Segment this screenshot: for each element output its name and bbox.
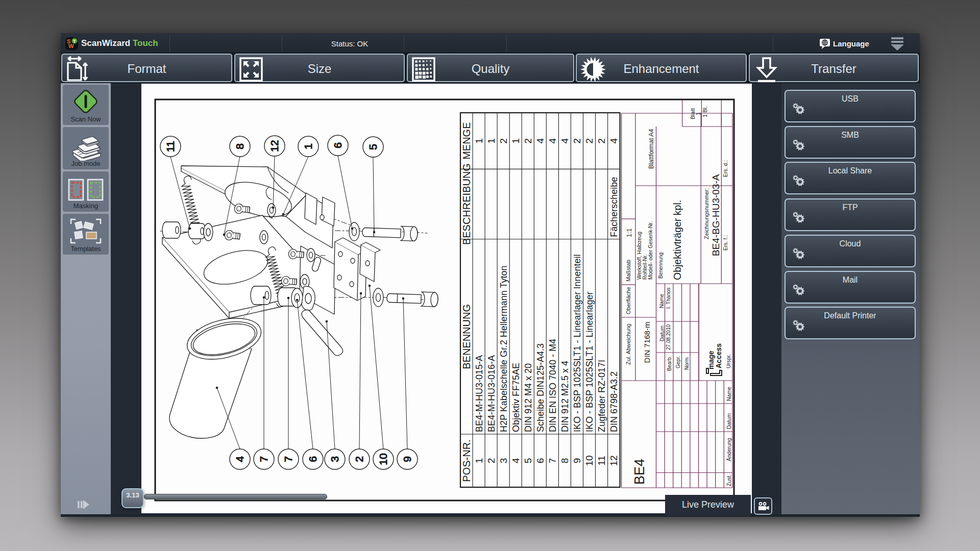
svg-text:Zust.: Zust. bbox=[726, 474, 732, 486]
svg-text:8: 8 bbox=[234, 143, 246, 149]
svg-text:BE4-M-HU3-015-A: BE4-M-HU3-015-A bbox=[474, 355, 484, 432]
svg-text:Zul. Abweichung: Zul. Abweichung bbox=[625, 323, 631, 365]
svg-text:1: 1 bbox=[474, 138, 484, 144]
svg-text:2: 2 bbox=[486, 458, 497, 464]
svg-text:DIN 912 M2.5 x 4: DIN 912 M2.5 x 4 bbox=[560, 361, 570, 432]
svg-text:2: 2 bbox=[584, 138, 595, 144]
svg-text:8: 8 bbox=[559, 458, 570, 464]
svg-text:7: 7 bbox=[282, 456, 294, 462]
svg-text:12: 12 bbox=[268, 140, 280, 152]
svg-text:MENGE: MENGE bbox=[461, 122, 472, 160]
svg-text:BESCHREIBUNG: BESCHREIBUNG bbox=[461, 163, 472, 245]
svg-text:Objektiv FF75AE: Objektiv FF75AE bbox=[511, 363, 521, 432]
svg-text:1: 1 bbox=[695, 112, 701, 115]
svg-text:DIN 7168-m: DIN 7168-m bbox=[643, 322, 651, 363]
svg-text:6: 6 bbox=[307, 456, 318, 462]
svg-text:1: 1 bbox=[302, 143, 314, 149]
svg-text:Name: Name bbox=[726, 387, 732, 401]
svg-text:Datum: Datum bbox=[659, 325, 665, 341]
svg-text:10: 10 bbox=[584, 455, 595, 466]
svg-text:1: 1 bbox=[474, 458, 484, 464]
svg-text:12: 12 bbox=[608, 455, 619, 466]
svg-text:6: 6 bbox=[535, 458, 546, 464]
svg-text:4: 4 bbox=[608, 138, 619, 143]
svg-text:4: 4 bbox=[510, 458, 521, 463]
svg-text:Objektivträger kpl.: Objektivträger kpl. bbox=[672, 200, 683, 280]
svg-text:DIN 6798-A3.2: DIN 6798-A3.2 bbox=[609, 371, 619, 432]
svg-text:Gepr.: Gepr. bbox=[675, 356, 681, 368]
svg-text:BE4: BE4 bbox=[632, 459, 647, 485]
svg-text:4: 4 bbox=[234, 456, 246, 462]
svg-text:Blattformat A4: Blattformat A4 bbox=[648, 129, 655, 169]
svg-text:Bearb.: Bearb. bbox=[667, 356, 672, 371]
svg-text:2: 2 bbox=[498, 138, 509, 144]
svg-text:IKO - BSP 1025SLT1 - Linearlag: IKO - BSP 1025SLT1 - Linearlager Innente… bbox=[572, 254, 582, 432]
svg-text:Access: Access bbox=[715, 343, 723, 368]
svg-text:5: 5 bbox=[367, 144, 379, 150]
svg-text:11: 11 bbox=[596, 456, 607, 466]
svg-text:5: 5 bbox=[523, 458, 533, 464]
svg-text:2: 2 bbox=[523, 138, 533, 144]
svg-text:BENENNUNG: BENENNUNG bbox=[461, 304, 472, 369]
svg-text:Modell- oder Gesenk-Nr.: Modell- oder Gesenk-Nr. bbox=[647, 221, 653, 280]
svg-text:Fächerscheibe: Fächerscheibe bbox=[609, 177, 619, 237]
svg-text:T: T bbox=[73, 39, 76, 44]
svg-text:1:1: 1:1 bbox=[626, 229, 633, 237]
svg-text:Änderung: Änderung bbox=[726, 438, 732, 461]
svg-text:Urspr.: Urspr. bbox=[725, 354, 731, 368]
svg-text:Name: Name bbox=[658, 294, 665, 308]
svg-text:9: 9 bbox=[572, 458, 582, 464]
svg-text:Scheibe DIN125-A4.3: Scheibe DIN125-A4.3 bbox=[535, 343, 546, 432]
svg-text:mage: mage bbox=[707, 350, 715, 369]
svg-text:Zugfeder RZ-017I: Zugfeder RZ-017I bbox=[597, 360, 607, 432]
svg-text:4: 4 bbox=[535, 138, 546, 143]
svg-text:2: 2 bbox=[572, 138, 582, 144]
svg-text:POS-NR.: POS-NR. bbox=[461, 439, 472, 482]
svg-text:9: 9 bbox=[401, 456, 413, 462]
svg-text:4: 4 bbox=[547, 138, 558, 143]
svg-text:BE4-M-HU3-016-A: BE4-M-HU3-016-A bbox=[486, 355, 497, 432]
svg-text:Ers. f.:: Ers. f.: bbox=[722, 235, 728, 251]
svg-text:IKO - BSP 1025SLT1 - Linearlag: IKO - BSP 1025SLT1 - Linearlager bbox=[584, 292, 595, 432]
svg-text:Zeichnungsnummer:: Zeichnungsnummer: bbox=[703, 188, 709, 239]
svg-text:Maßstab: Maßstab bbox=[625, 260, 631, 282]
svg-text:DIN EN ISO 7040 - M4: DIN EN ISO 7040 - M4 bbox=[548, 339, 558, 432]
svg-text:1: 1 bbox=[486, 138, 497, 144]
svg-text:Norm: Norm bbox=[684, 358, 690, 370]
svg-text:3: 3 bbox=[498, 458, 509, 464]
svg-text:11: 11 bbox=[164, 141, 176, 152]
svg-text:6: 6 bbox=[332, 142, 344, 148]
svg-text:1 Bl.: 1 Bl. bbox=[702, 106, 708, 117]
svg-text:2: 2 bbox=[596, 138, 607, 144]
svg-text:3: 3 bbox=[329, 456, 340, 462]
svg-text:7: 7 bbox=[258, 456, 270, 462]
svg-text:I. Thanos: I. Thanos bbox=[666, 287, 671, 309]
svg-text:10: 10 bbox=[377, 453, 389, 465]
svg-text:27.08.2010: 27.08.2010 bbox=[666, 324, 671, 350]
svg-text:BE4-BG-HU3-03-A: BE4-BG-HU3-03-A bbox=[710, 174, 721, 256]
svg-text:Datum: Datum bbox=[726, 413, 732, 429]
svg-text:DIN 912 M4 x 20: DIN 912 M4 x 20 bbox=[523, 363, 533, 432]
svg-text:2: 2 bbox=[353, 456, 365, 462]
svg-text:Oberfläche: Oberfläche bbox=[625, 287, 631, 314]
svg-text:Benennung: Benennung bbox=[658, 253, 664, 279]
svg-text:H2P Kabelschelle Gr.2 Hellerm: H2P Kabelschelle Gr.2 Hellermann Tyton bbox=[499, 265, 509, 432]
svg-text:4: 4 bbox=[559, 138, 570, 143]
svg-text:1: 1 bbox=[510, 138, 521, 144]
svg-text:7: 7 bbox=[547, 458, 558, 464]
svg-text:Ers. d.:: Ers. d.: bbox=[722, 160, 728, 177]
